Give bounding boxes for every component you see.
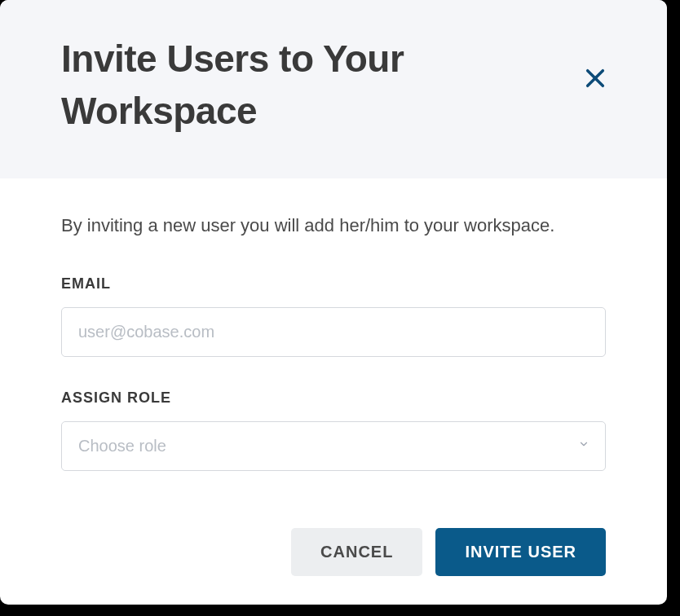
invite-users-modal: Invite Users to Your Workspace By inviti… (0, 0, 667, 605)
role-label: ASSIGN ROLE (61, 389, 606, 407)
role-form-group: ASSIGN ROLE Choose role (61, 389, 606, 471)
email-form-group: EMAIL (61, 275, 606, 357)
close-button[interactable] (579, 64, 612, 96)
modal-body: By inviting a new user you will add her/… (0, 178, 667, 605)
modal-title: Invite Users to Your Workspace (61, 33, 606, 138)
button-row: CANCEL INVITE USER (61, 528, 606, 576)
email-field[interactable] (61, 307, 606, 357)
cancel-button[interactable]: CANCEL (291, 528, 422, 576)
role-select-wrapper: Choose role (61, 421, 606, 471)
role-select[interactable]: Choose role (61, 421, 606, 471)
close-icon (584, 67, 607, 93)
invite-user-button[interactable]: INVITE USER (435, 528, 606, 576)
modal-description: By inviting a new user you will add her/… (61, 215, 606, 236)
email-label: EMAIL (61, 275, 606, 293)
modal-header: Invite Users to Your Workspace (0, 0, 667, 178)
